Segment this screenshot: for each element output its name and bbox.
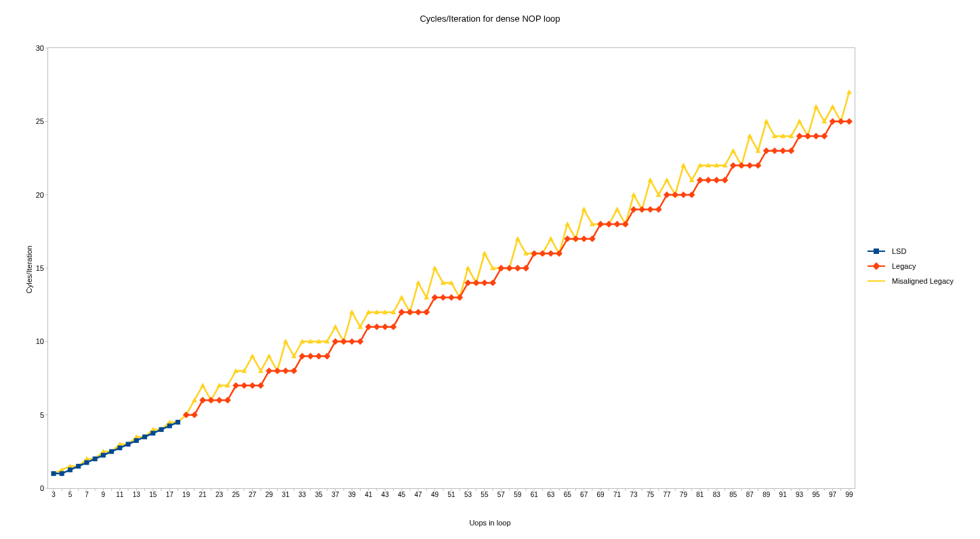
svg-rect-223 [365,324,372,330]
svg-marker-174 [631,192,636,197]
svg-rect-227 [399,309,405,316]
legend-item: Legacy [867,259,954,274]
x-tick: 37 [331,488,339,498]
svg-marker-164 [548,236,554,241]
svg-marker-128 [250,353,256,358]
x-tick: 39 [348,488,356,498]
x-tick: 17 [166,488,173,498]
x-tick: 99 [845,488,853,498]
x-tick: 45 [398,488,405,498]
y-tick: 25 [36,117,48,125]
x-tick: 43 [382,488,389,498]
svg-rect-286 [84,460,89,465]
x-tick: 97 [829,488,836,498]
x-tick: 75 [647,488,654,498]
svg-rect-270 [755,162,762,169]
chart-title: Cycles/Iteration for dense NOP loop [0,14,980,24]
svg-rect-261 [680,192,687,198]
svg-rect-220 [340,338,347,345]
svg-rect-241 [514,265,521,272]
legend: LSDLegacyMisaligned Legacy [867,244,954,288]
svg-marker-200 [846,89,852,94]
svg-rect-202 [191,412,198,418]
x-tick: 61 [531,488,538,498]
x-tick: 83 [713,488,720,498]
svg-rect-238 [489,280,496,286]
x-tick: 5 [68,488,73,498]
svg-rect-293 [142,435,147,439]
svg-marker-138 [333,324,338,329]
svg-rect-252 [605,221,612,228]
svg-rect-225 [382,324,388,330]
x-tick: 27 [249,488,256,498]
x-tick: 29 [265,488,272,498]
svg-marker-186 [731,148,736,153]
svg-rect-292 [134,438,139,443]
svg-rect-267 [730,162,737,169]
svg-rect-231 [432,294,438,301]
x-tick: 31 [282,488,289,498]
x-tick: 85 [729,488,737,498]
svg-rect-250 [589,236,596,242]
svg-rect-210 [258,382,264,389]
svg-rect-276 [804,133,811,139]
svg-rect-224 [373,324,380,330]
svg-rect-291 [126,442,131,447]
svg-rect-205 [216,397,223,404]
svg-rect-206 [224,397,231,404]
svg-rect-266 [722,177,729,184]
svg-rect-279 [830,118,836,125]
y-tick: 15 [36,264,48,272]
svg-rect-254 [622,221,629,228]
svg-rect-296 [167,423,172,428]
x-tick: 3 [52,488,56,498]
svg-rect-217 [315,353,322,360]
svg-rect-230 [423,309,430,316]
svg-rect-213 [282,368,289,374]
svg-rect-203 [199,397,206,404]
x-tick: 35 [315,488,323,498]
x-tick: 23 [216,488,223,498]
x-tick: 77 [663,488,670,498]
x-tick: 71 [613,488,621,498]
svg-rect-234 [456,294,463,301]
x-tick: 67 [580,488,588,498]
svg-rect-259 [663,192,670,198]
svg-rect-290 [117,446,122,450]
svg-rect-287 [93,456,98,461]
svg-rect-251 [597,221,604,228]
svg-rect-273 [779,148,786,154]
svg-rect-219 [332,338,339,345]
svg-rect-247 [564,236,571,242]
svg-rect-249 [581,236,588,242]
x-tick: 9 [102,488,106,498]
svg-rect-218 [324,353,331,360]
legend-label: Legacy [892,262,916,270]
svg-rect-237 [481,280,488,286]
svg-marker-176 [648,177,653,182]
svg-rect-228 [407,309,413,316]
svg-rect-242 [523,265,529,272]
svg-rect-257 [647,206,654,213]
svg-rect-271 [763,148,770,154]
legend-item: Misaligned Legacy [867,274,954,288]
svg-marker-160 [515,236,520,241]
svg-rect-269 [746,162,753,169]
svg-rect-243 [531,250,537,257]
svg-rect-240 [506,265,513,272]
svg-marker-172 [615,207,620,211]
legend-label: LSD [892,247,906,255]
legend-item: LSD [867,244,954,259]
svg-marker-146 [399,295,405,299]
x-tick: 73 [630,488,637,498]
svg-rect-263 [697,177,703,184]
y-tick: 30 [36,44,48,52]
svg-rect-214 [291,368,298,374]
x-tick: 33 [298,488,306,498]
svg-rect-245 [548,250,554,257]
svg-rect-268 [738,162,745,169]
legend-marker-icon [867,265,885,267]
plot-svg [48,48,855,488]
svg-rect-253 [614,221,621,228]
chart-container: Cycles/Iteration for dense NOP loop Cyle… [0,0,980,539]
